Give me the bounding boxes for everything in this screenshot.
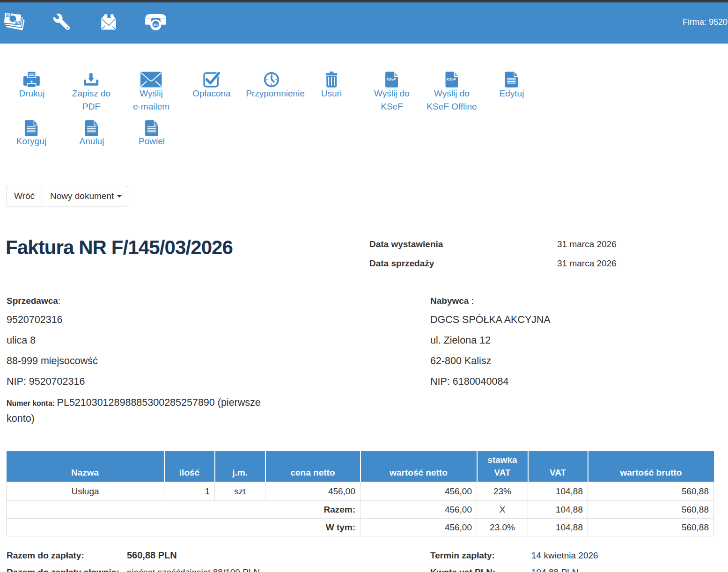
svg-text:dn: dn	[154, 22, 158, 27]
svg-text:50: 50	[6, 13, 11, 18]
svg-text:KSeF: KSeF	[447, 77, 456, 81]
svg-text:50: 50	[15, 20, 20, 25]
svg-text:KSeF: KSeF	[387, 77, 397, 81]
